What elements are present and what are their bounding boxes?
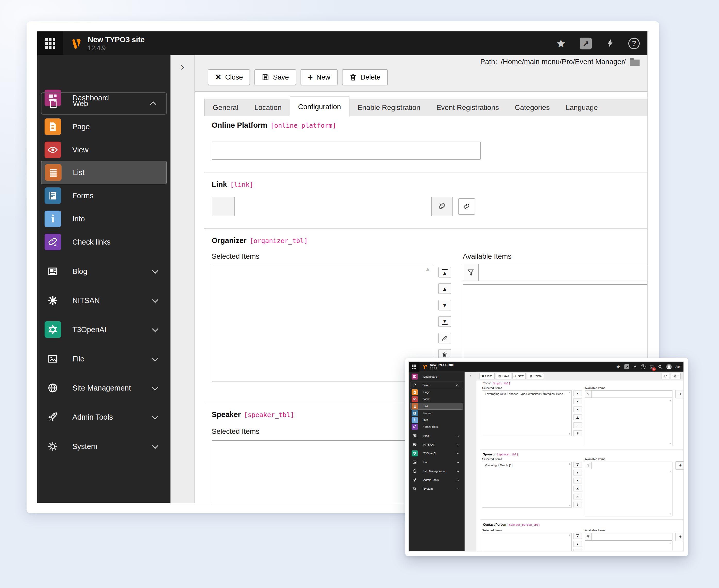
open-new-window-button[interactable] <box>662 373 669 379</box>
sidebar-item-forms[interactable]: Forms <box>410 410 463 416</box>
tab-general[interactable]: General <box>205 99 246 116</box>
expand-navigation-icon[interactable]: › <box>181 62 184 72</box>
contact-person-filter-button[interactable] <box>585 533 591 541</box>
topic-available-listbox[interactable]: ▲ ▼ <box>585 398 672 446</box>
save-button[interactable]: Save <box>254 69 296 85</box>
sponsor-filter-button[interactable] <box>585 462 591 469</box>
tab-enable-registration[interactable]: Enable Registration <box>349 99 428 116</box>
move-to-bottom-button[interactable]: ▼ <box>573 486 582 491</box>
move-up-button[interactable]: ▲ <box>438 283 451 294</box>
sidebar-item-check-links[interactable]: Check links <box>41 232 167 252</box>
sponsor-add-button[interactable]: + <box>676 461 684 469</box>
close-button[interactable]: ✕ Close <box>479 373 494 379</box>
sidebar-item-list[interactable]: List <box>410 403 463 410</box>
move-up-button[interactable]: ▲ <box>573 399 582 404</box>
sidebar-group-file[interactable]: File <box>410 459 463 465</box>
system-information-icon[interactable]: 9 <box>650 364 654 369</box>
tab-location[interactable]: Location <box>246 99 290 116</box>
organizer-filter-input[interactable] <box>479 264 648 281</box>
sidebar-group-site-management[interactable]: Site Management <box>410 468 463 474</box>
remove-button[interactable] <box>573 430 582 436</box>
save-button[interactable]: Save <box>496 373 511 379</box>
edit-button[interactable] <box>573 422 582 428</box>
sidebar-group-web[interactable]: Web <box>41 92 167 114</box>
share-button[interactable]: ▾ <box>671 373 681 379</box>
sidebar-item-dashboard[interactable]: Dashboard <box>410 374 463 380</box>
organizer-selected-listbox[interactable]: ▲ <box>212 264 433 382</box>
close-button[interactable]: ✕ Close <box>208 69 250 85</box>
clear-cache-icon[interactable] <box>633 364 637 369</box>
contact-person-selected-listbox[interactable]: ▲ <box>482 533 572 551</box>
list-item[interactable]: VisionLight GmbH [1] <box>482 462 572 468</box>
sidebar-group-nitsan[interactable]: NITSAN <box>410 441 463 448</box>
search-icon[interactable] <box>658 364 662 369</box>
remove-button[interactable] <box>573 502 582 507</box>
app-grid-button[interactable] <box>37 31 63 55</box>
sidebar-group-file[interactable]: File <box>41 348 167 370</box>
sidebar-group-blog[interactable]: Blog <box>410 433 463 439</box>
move-to-top-button[interactable]: ▲ <box>573 391 582 396</box>
avatar[interactable] <box>666 364 672 370</box>
link-browser-button[interactable] <box>458 198 475 215</box>
sidebar-item-page[interactable]: Page <box>410 389 463 395</box>
move-up-button[interactable]: ▲ <box>573 541 582 547</box>
contact-person-add-button[interactable]: + <box>676 533 684 541</box>
sidebar-item-page[interactable]: Page <box>41 117 167 137</box>
view-site-icon[interactable]: ↗ <box>580 38 592 49</box>
sidebar-item-list[interactable]: List <box>41 161 167 184</box>
scroll-up-icon[interactable]: ▲ <box>669 399 671 401</box>
delete-button[interactable]: Delete <box>342 69 388 85</box>
help-icon[interactable]: ? <box>628 38 640 49</box>
app-grid-button[interactable] <box>409 362 419 372</box>
tab-categories[interactable]: Categories <box>507 99 557 116</box>
topic-add-button[interactable]: + <box>676 390 684 398</box>
online-platform-input[interactable] <box>212 142 481 160</box>
move-down-button[interactable]: ▼ <box>573 406 582 412</box>
topic-selected-listbox[interactable]: Leveraging AI to Enhance Typo3 Websites:… <box>482 391 572 436</box>
new-button[interactable]: + New <box>301 69 337 85</box>
topic-filter-button[interactable] <box>585 391 591 398</box>
move-down-button[interactable]: ▼ <box>438 300 451 311</box>
sidebar-group-system[interactable]: System <box>410 485 463 492</box>
contact-person-filter-input[interactable] <box>591 533 672 541</box>
sidebar-item-view[interactable]: View <box>410 396 463 402</box>
scroll-down-icon[interactable]: ▼ <box>568 433 571 435</box>
sidebar-group-nitsan[interactable]: NITSAN <box>41 290 167 311</box>
help-icon[interactable]: ? <box>641 364 645 369</box>
sidebar-group-t3openai[interactable]: T3OpenAI <box>41 319 167 340</box>
expand-navigation-icon[interactable]: › <box>470 373 471 377</box>
scroll-up-icon[interactable]: ▲ <box>425 266 431 272</box>
bookmark-star-icon[interactable]: ★ <box>616 364 620 369</box>
sponsor-filter-input[interactable] <box>591 462 672 469</box>
sidebar-item-info[interactable]: i Info <box>410 417 463 423</box>
sidebar-item-check-links[interactable]: Check links <box>410 424 463 430</box>
speaker-selected-listbox[interactable]: ▲ <box>212 440 433 503</box>
sidebar-group-system[interactable]: System <box>41 436 167 457</box>
scroll-up-icon[interactable]: ▲ <box>669 541 671 544</box>
sidebar-item-view[interactable]: View <box>41 140 167 160</box>
sponsor-available-listbox[interactable]: ▲ ▼ <box>585 469 672 517</box>
bookmark-star-icon[interactable]: ★ <box>556 38 566 49</box>
scroll-up-icon[interactable]: ▲ <box>568 392 571 394</box>
scroll-up-icon[interactable]: ▲ <box>568 534 571 537</box>
tab-language[interactable]: Language <box>558 99 606 116</box>
tab-event-registrations[interactable]: Event Registrations <box>428 99 507 116</box>
link-input[interactable] <box>234 197 432 216</box>
sidebar-group-admin-tools[interactable]: Admin Tools <box>41 406 167 428</box>
move-to-top-button[interactable]: ▲ <box>573 533 582 539</box>
scroll-up-icon[interactable]: ▲ <box>568 463 571 465</box>
move-up-button[interactable]: ▲ <box>573 469 582 475</box>
edit-button[interactable] <box>573 494 582 500</box>
move-down-button[interactable]: ▼ <box>573 478 582 483</box>
scroll-up-icon[interactable]: ▲ <box>669 470 671 472</box>
organizer-filter-button[interactable] <box>463 264 479 281</box>
tab-configuration[interactable]: Configuration <box>290 96 350 117</box>
move-to-top-button[interactable]: ▲ <box>438 267 451 277</box>
contact-person-available-listbox[interactable]: ▲ <box>585 540 672 551</box>
view-site-icon[interactable]: ↗ <box>624 364 629 369</box>
sidebar-group-blog[interactable]: Blog <box>41 260 167 282</box>
scroll-down-icon[interactable]: ▼ <box>568 504 571 506</box>
delete-button[interactable]: Delete <box>527 373 544 379</box>
list-item[interactable]: Leveraging AI to Enhance Typo3 Websites:… <box>482 391 572 397</box>
sidebar-item-forms[interactable]: Forms <box>41 185 167 206</box>
